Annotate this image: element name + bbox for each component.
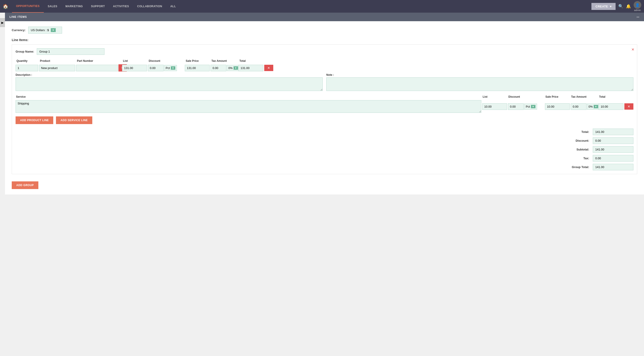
nav-item-collaboration[interactable]: COLLABORATION xyxy=(133,0,166,13)
group-total-value: 141.00 xyxy=(593,164,634,170)
nav-item-activities[interactable]: ACTIVITIES xyxy=(109,0,133,13)
panel-minimize-icon[interactable]: — xyxy=(636,15,640,18)
header-product: Product xyxy=(40,58,76,64)
service-header-discount: Discount xyxy=(508,94,544,99)
admin-wrapper: 👤 admin xyxy=(634,1,641,12)
service-tax-rate-arrow: ▼ xyxy=(594,105,598,108)
header-discount: Discount xyxy=(148,58,184,64)
service-line-headers: Service List Discount Sale Price Tax Amo… xyxy=(16,94,634,99)
service-header-total: Total xyxy=(599,94,624,99)
delete-product-row-button[interactable]: ✕ xyxy=(264,65,273,71)
description-group: Description : xyxy=(16,73,323,92)
service-tax-amount-input[interactable] xyxy=(571,103,586,110)
sidebar-toggle-icon: ▶ xyxy=(1,21,4,24)
currency-dropdown-icon: ▼ xyxy=(51,28,56,32)
add-product-line-button[interactable]: ADD PRODUCT LINE xyxy=(16,116,53,124)
group-name-label: Group Name: xyxy=(16,50,34,53)
search-icon[interactable]: 🔍 xyxy=(618,4,623,9)
service-discount-input[interactable] xyxy=(508,103,524,110)
add-line-buttons-row: ADD PRODUCT LINE ADD SERVICE LINE xyxy=(16,116,634,124)
group-name-row: Group Name: xyxy=(16,48,634,55)
add-group-button[interactable]: ADD GROUP xyxy=(12,182,38,189)
service-tax-rate-value: 0% xyxy=(588,105,593,108)
main-content: LINE ITEMS — Currency: US Dollars : $ ▼ … xyxy=(5,13,644,194)
service-tax-rate-select[interactable]: 0% ▼ xyxy=(587,104,600,110)
avatar[interactable]: 👤 xyxy=(634,1,641,9)
header-quantity: Quantity xyxy=(16,58,38,64)
notifications-icon[interactable]: 🔔 xyxy=(626,4,631,9)
nav-item-opportunities[interactable]: OPPORTUNITIES xyxy=(12,0,44,13)
create-button[interactable]: CREATE ▾ xyxy=(592,3,616,10)
close-group-button[interactable]: ✕ xyxy=(631,48,634,52)
sidebar-toggle[interactable]: ▶ xyxy=(0,18,5,27)
line-items-panel: LINE ITEMS — Currency: US Dollars : $ ▼ … xyxy=(5,13,644,194)
totals-section: Total: 141.00 Discount: 0.00 Subtotal: 1… xyxy=(16,128,634,170)
add-group-section: ADD GROUP xyxy=(12,182,637,189)
note-label: Note : xyxy=(326,73,634,76)
tax-rate-value: 0% xyxy=(228,66,233,70)
admin-label: admin xyxy=(634,9,641,12)
subtotal-label: Subtotal: xyxy=(572,148,589,151)
nav-item-support[interactable]: SUPPORT xyxy=(87,0,109,13)
group-container: ✕ Group Name: Quantity Product Part Numb… xyxy=(12,44,637,174)
discount-type-value: Pct xyxy=(166,66,170,70)
product-line-headers: Quantity Product Part Number List Discou… xyxy=(16,58,634,64)
service-input[interactable]: Shipping xyxy=(16,100,481,113)
header-actions xyxy=(265,58,274,64)
tax-label: Tax: xyxy=(572,156,589,160)
service-header-list: List xyxy=(482,94,507,99)
nav-item-all[interactable]: ALL xyxy=(166,0,180,13)
service-sale-price-input[interactable] xyxy=(545,103,570,110)
discount-type-select[interactable]: Pct ▼ xyxy=(164,65,177,71)
quantity-input[interactable] xyxy=(16,65,38,71)
note-group: Note : xyxy=(326,73,634,92)
part-number-input[interactable] xyxy=(76,65,118,71)
product-line-row: ⚑ Pct ▼ 0% ▼ xyxy=(16,64,634,72)
delete-service-row-button[interactable]: ✕ xyxy=(624,103,634,110)
header-sale-price: Sale Price xyxy=(185,58,210,64)
tax-amount-input[interactable] xyxy=(210,65,226,71)
header-total: Total xyxy=(239,58,264,64)
line-items-label: Line Items: xyxy=(12,38,637,42)
service-total-input[interactable] xyxy=(599,103,624,110)
discount-type-arrow: ▼ xyxy=(171,66,175,70)
currency-value: US Dollars : $ xyxy=(31,28,49,32)
currency-select[interactable]: US Dollars : $ ▼ xyxy=(28,26,62,34)
discount-value: 0.00 xyxy=(593,138,634,144)
top-navigation: 🏠 OPPORTUNITIES SALES MARKETING SUPPORT … xyxy=(0,0,644,13)
nav-item-sales[interactable]: SALES xyxy=(44,0,62,13)
total-label: Total: xyxy=(572,130,589,134)
group-name-input[interactable] xyxy=(37,48,104,55)
nav-item-marketing[interactable]: MARKETING xyxy=(62,0,87,13)
service-discount-group: Pct ▼ xyxy=(508,103,544,110)
service-header-tax-amount: Tax Amount xyxy=(571,94,598,99)
sale-price-input[interactable] xyxy=(185,65,210,71)
service-line-row: Shipping Pct ▼ 0% ▼ xyxy=(16,100,634,113)
discount-label: Discount: xyxy=(572,139,589,142)
subtotal-value: 141.00 xyxy=(593,146,634,153)
total-input[interactable] xyxy=(238,65,263,71)
group-total-label: Group Total: xyxy=(572,165,589,169)
note-textarea[interactable] xyxy=(326,78,634,91)
nav-items: OPPORTUNITIES SALES MARKETING SUPPORT AC… xyxy=(12,0,592,13)
create-dropdown-icon: ▾ xyxy=(610,5,612,8)
discount-group: Pct ▼ xyxy=(148,65,184,71)
service-list-input[interactable] xyxy=(482,103,507,110)
discount-input[interactable] xyxy=(148,65,164,71)
list-price-input[interactable] xyxy=(122,65,147,71)
tax-rate-arrow: ▼ xyxy=(234,66,238,70)
description-textarea[interactable] xyxy=(16,78,323,91)
service-tax-group: 0% ▼ xyxy=(571,103,598,110)
home-icon[interactable]: 🏠 xyxy=(3,4,8,9)
tax-rate-select[interactable]: 0% ▼ xyxy=(227,65,240,71)
service-discount-type-select[interactable]: Pct ▼ xyxy=(524,104,537,110)
service-header-service: Service xyxy=(16,94,481,99)
totals-grid: Total: 141.00 Discount: 0.00 Subtotal: 1… xyxy=(572,128,634,170)
header-list: List xyxy=(122,58,147,64)
tax-value: 0.00 xyxy=(593,155,634,162)
service-discount-type-value: Pct xyxy=(526,105,530,108)
add-service-line-button[interactable]: ADD SERVICE LINE xyxy=(56,116,92,124)
service-header-actions xyxy=(624,94,634,99)
panel-header: LINE ITEMS — xyxy=(5,13,644,21)
product-input[interactable] xyxy=(39,65,75,71)
